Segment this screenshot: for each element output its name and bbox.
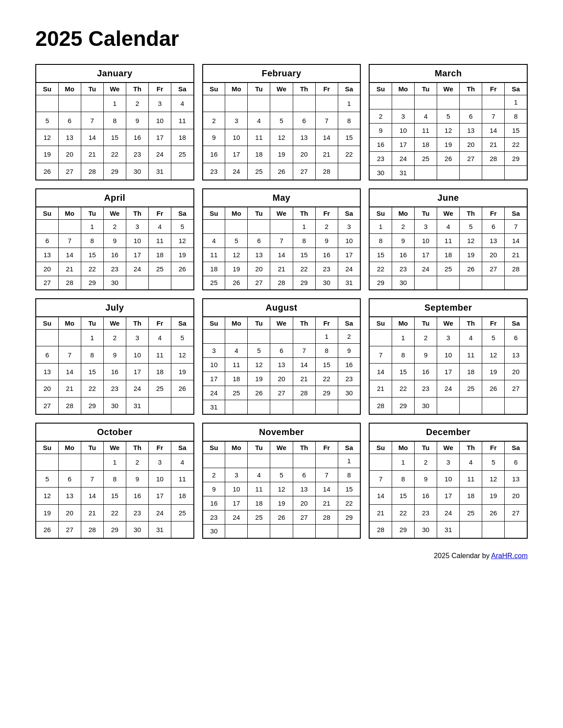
- day-cell: 19: [482, 488, 505, 504]
- day-cell: 10: [415, 233, 437, 248]
- day-cell: [171, 522, 194, 538]
- day-cell: 8: [81, 233, 103, 248]
- day-cell: 15: [293, 248, 315, 262]
- day-cell: 9: [415, 346, 437, 363]
- day-cell: 19: [460, 248, 482, 262]
- day-cell: 13: [36, 248, 58, 262]
- day-cell: 1: [103, 454, 126, 470]
- day-header-th: Th: [293, 317, 315, 330]
- day-cell: 29: [338, 510, 360, 524]
- table-row: 891011121314: [369, 233, 527, 248]
- day-cell: 3: [392, 109, 414, 124]
- month-table-august: AugustSuMoTuWeThFrSa12345678910111213141…: [202, 298, 361, 415]
- day-cell: 14: [369, 363, 392, 380]
- day-cell: 8: [505, 109, 527, 124]
- day-cell: [58, 219, 81, 233]
- day-header-th: Th: [126, 317, 148, 330]
- day-header-sa: Sa: [505, 317, 527, 330]
- day-cell: 11: [460, 346, 482, 363]
- table-row: 16171819202122: [203, 146, 361, 163]
- month-table-december: DecemberSuMoTuWeThFrSa123456789101112131…: [369, 423, 528, 539]
- day-cell: 6: [36, 346, 58, 363]
- day-cell: 20: [505, 488, 527, 504]
- day-cell: [415, 95, 437, 109]
- footer-link[interactable]: AraHR.com: [491, 552, 528, 559]
- day-cell: 18: [148, 248, 171, 262]
- day-cell: 28: [270, 276, 293, 290]
- day-cell: [437, 166, 460, 180]
- day-cell: 20: [270, 372, 293, 386]
- day-cell: 20: [293, 146, 315, 163]
- day-cell: 31: [437, 522, 460, 538]
- day-cell: 2: [203, 112, 225, 129]
- table-row: 2930: [369, 276, 527, 290]
- day-cell: 25: [415, 152, 437, 166]
- day-cell: 18: [460, 488, 482, 504]
- day-header-fr: Fr: [482, 441, 505, 454]
- day-cell: 28: [81, 163, 103, 180]
- day-cell: 26: [482, 380, 505, 397]
- day-cell: 11: [148, 233, 171, 248]
- table-row: 23242526272829: [203, 510, 361, 524]
- table-row: 24252627282930: [203, 386, 361, 400]
- day-cell: 5: [460, 219, 482, 233]
- day-cell: 5: [171, 330, 194, 346]
- day-cell: 7: [81, 470, 103, 487]
- table-row: 78910111213: [369, 470, 527, 487]
- day-cell: 29: [103, 163, 126, 180]
- day-cell: 7: [369, 470, 392, 487]
- table-row: 12345: [36, 219, 194, 233]
- day-cell: [225, 454, 248, 468]
- day-header-we: We: [437, 83, 460, 95]
- day-cell: 17: [148, 129, 171, 146]
- table-row: 12131415161718: [36, 129, 194, 146]
- day-cell: 27: [293, 163, 315, 180]
- day-header-fr: Fr: [148, 207, 171, 220]
- day-cell: 13: [482, 233, 505, 248]
- day-cell: 29: [81, 397, 103, 414]
- day-cell: 30: [415, 397, 437, 414]
- day-cell: 27: [58, 522, 81, 538]
- day-cell: 6: [248, 233, 270, 248]
- month-title-october: October: [36, 423, 194, 441]
- day-cell: 4: [171, 454, 194, 470]
- day-cell: 7: [293, 344, 315, 358]
- day-cell: 17: [415, 248, 437, 262]
- day-header-th: Th: [293, 83, 315, 95]
- day-cell: 11: [171, 470, 194, 487]
- day-header-th: Th: [293, 441, 315, 454]
- day-cell: 22: [392, 380, 414, 397]
- day-cell: [248, 400, 270, 414]
- day-cell: 15: [81, 248, 103, 262]
- day-header-tu: Tu: [415, 83, 437, 95]
- day-cell: 1: [338, 95, 360, 112]
- day-cell: 16: [315, 248, 338, 262]
- day-cell: 12: [460, 233, 482, 248]
- day-cell: 23: [369, 152, 392, 166]
- day-cell: 20: [36, 380, 58, 397]
- table-row: 14151617181920: [369, 488, 527, 504]
- day-header-fr: Fr: [315, 441, 338, 454]
- month-title-january: January: [36, 64, 194, 83]
- day-cell: 30: [126, 522, 148, 538]
- day-cell: 2: [392, 219, 414, 233]
- month-table-june: JuneSuMoTuWeThFrSa1234567891011121314151…: [369, 188, 528, 291]
- day-cell: 9: [315, 233, 338, 248]
- day-cell: 21: [81, 146, 103, 163]
- day-cell: 19: [225, 262, 248, 276]
- day-cell: 21: [81, 504, 103, 521]
- table-row: 1: [369, 95, 527, 109]
- day-cell: 2: [415, 454, 437, 470]
- day-header-fr: Fr: [482, 83, 505, 95]
- month-title-march: March: [369, 64, 527, 83]
- day-cell: 23: [103, 380, 126, 397]
- month-title-april: April: [36, 189, 194, 207]
- day-cell: 14: [315, 482, 338, 496]
- day-cell: 25: [203, 276, 225, 290]
- day-cell: 25: [248, 510, 270, 524]
- day-cell: 7: [315, 112, 338, 129]
- day-header-mo: Mo: [58, 83, 81, 95]
- day-cell: [482, 522, 505, 538]
- table-row: 23242526272829: [369, 152, 527, 166]
- day-cell: 22: [81, 380, 103, 397]
